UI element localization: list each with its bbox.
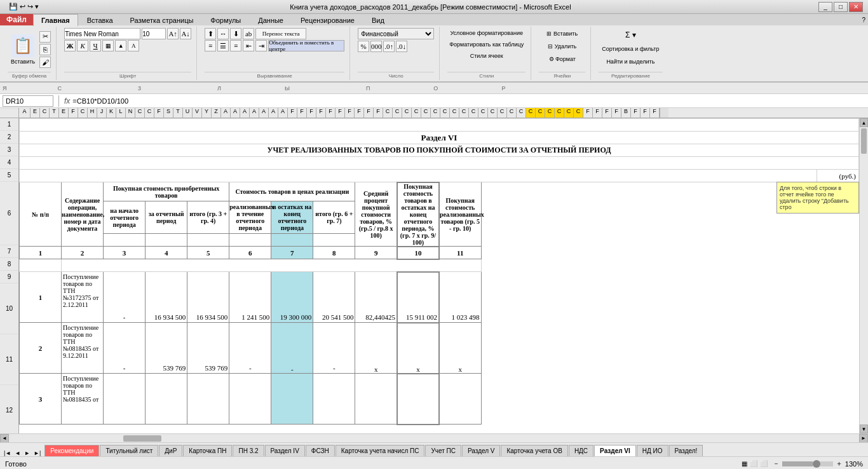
file-tab[interactable]: Файл [0,14,33,25]
minimize-button[interactable]: _ [818,2,832,12]
cell-10-col10[interactable]: 15 911 002 [397,272,439,323]
underline-button[interactable]: Ч [90,40,101,51]
cut-button[interactable]: ✂ [39,31,51,43]
tab-page-layout[interactable]: Разметка страницы [122,14,202,26]
percent-button[interactable]: % [358,41,369,52]
format-table-button[interactable]: Форматировать как таблицу [447,39,526,50]
quick-access-dropdown[interactable]: ▾ [35,3,39,11]
zoom-in-button[interactable]: ＋ [836,459,843,468]
tab-section-ex[interactable]: Раздел! [669,445,703,456]
formula-input[interactable]: =CB10*DD10/100 [72,95,865,107]
window-controls[interactable]: _ □ ✕ [818,2,863,12]
decrease-indent-button[interactable]: ⇤ [243,40,254,51]
align-middle-button[interactable]: ↔ [217,28,229,39]
italic-button[interactable]: К [77,40,88,51]
tab-nds[interactable]: НДС [569,445,593,456]
bold-button[interactable]: Ж [64,40,76,51]
cell-reference-input[interactable]: DR10 [3,95,53,107]
scroll-up-button[interactable]: ▲ [860,118,868,127]
horizontal-scrollbar[interactable]: ◄ ► [0,433,868,442]
table-row-10[interactable]: 1 Поступление товаров по ТТН №3172375 от… [20,272,859,323]
find-button[interactable]: Найти и выделить [603,56,658,67]
page-layout-button[interactable]: ⬜ [750,460,757,467]
tab-review[interactable]: Рецензирование [292,14,363,26]
tab-home[interactable]: Главная [33,14,78,26]
fill-color-button[interactable]: ▲ [115,40,126,51]
cell-styles-button[interactable]: Стили ячеек [468,51,505,61]
cell-11-col6[interactable]: - [229,323,271,374]
tab-section6[interactable]: Раздел VI [594,445,636,456]
sort-filter-button[interactable]: Сортировка и фильтр [599,43,662,55]
save-icon[interactable]: 💾 [9,3,18,11]
decrease-decimal-button[interactable]: .0↓ [396,41,407,52]
tab-section5[interactable]: Раздел V [462,445,501,456]
cell-11-col7[interactable]: - [271,323,313,374]
cell-10-col6[interactable]: 1 241 500 [229,272,271,323]
tab-recommendations[interactable]: Рекомендации [44,445,99,456]
scroll-h-track[interactable] [9,434,859,443]
cell-10-col4[interactable]: 16 934 500 [146,272,187,323]
font-color-button[interactable]: A [128,40,139,51]
tab-insert[interactable]: Вставка [79,14,121,26]
tab-data[interactable]: Данные [250,14,292,26]
number-format-select[interactable]: Финансовый Общий Числовой [358,28,434,39]
sheet-next-button[interactable]: ► [23,450,31,456]
tab-dir[interactable]: ДиР [159,445,182,456]
spreadsheet-grid[interactable]: Раздел VI УЧЕТ РЕАЛИЗОВАННЫХ ТОВАРОВ ПО … [19,118,859,425]
merge-center-button[interactable]: Объединить и поместить в центре [268,40,344,51]
text-angle-button[interactable]: ab [243,28,254,39]
cell-10-col8[interactable]: 20 541 500 [313,272,355,323]
tab-title-page[interactable]: Титульный лист [100,445,158,456]
increase-decimal-button[interactable]: .0↑ [383,41,395,52]
comma-button[interactable]: 000 [370,41,382,52]
align-top-button[interactable]: ⬆ [205,28,216,39]
close-button[interactable]: ✕ [849,2,863,12]
tab-fszn[interactable]: ФСЗН [306,445,335,456]
align-left-button[interactable]: ≡ [205,40,216,51]
increase-indent-button[interactable]: ⇥ [255,40,267,51]
tab-karta-ov[interactable]: Карточка учета ОВ [501,445,567,456]
sheet-prev-button[interactable]: ◄ [13,450,22,456]
format-button[interactable]: ⚙ Формат [546,53,579,65]
copy-button[interactable]: ⎘ [39,44,51,55]
tab-ndio[interactable]: НД ИО [637,445,668,456]
cell-10-col7[interactable]: 19 300 000 [271,272,313,323]
tab-section4[interactable]: Раздел IV [265,445,305,456]
paste-button[interactable]: 📋 Вставить [8,32,38,67]
tab-pn32[interactable]: ПН 3.2 [233,445,264,456]
tab-view[interactable]: Вид [363,14,393,26]
section-subtitle[interactable]: УЧЕТ РЕАЛИЗОВАННЫХ ТОВАРОВ ПО ПОКУПНОЙ С… [20,144,859,157]
conditional-formatting-button[interactable]: Условное форматирование [448,28,525,38]
tab-uchet-ps[interactable]: Учет ПС [425,445,461,456]
section-title[interactable]: Раздел VI [20,132,859,144]
redo-icon[interactable]: ↪ [27,3,33,11]
cell-10-col11[interactable]: 1 023 498 [439,272,481,323]
font-name-input[interactable] [64,28,140,39]
cell-11-desc[interactable]: Поступление товаров по ТТН №0818435 от 9… [62,323,104,374]
scroll-down-button[interactable]: ▼ [860,425,868,433]
vertical-scrollbar[interactable]: ▲ ▼ [859,118,868,433]
tab-formulas[interactable]: Формулы [202,14,249,26]
tab-karta-nachis[interactable]: Карточка учета начисл ПС [336,445,425,456]
cell-11-col11[interactable]: x [439,323,481,374]
cell-11-col10[interactable]: x [397,323,439,374]
zoom-slider[interactable] [782,461,833,466]
border-button[interactable]: ▦ [102,40,114,51]
format-painter-button[interactable]: 🖌 [39,57,51,68]
cell-11-col3[interactable]: - [104,323,146,374]
maximize-button[interactable]: □ [834,2,848,12]
scroll-h-thumb[interactable] [123,435,161,442]
zoom-out-button[interactable]: － [773,459,780,468]
cell-12-desc[interactable]: Поступление товаров по ТТН №0818435 от [62,374,104,425]
zoom-control[interactable]: － ＋ 130% [773,459,863,468]
quick-access-toolbar[interactable]: 💾 ↩ ↪ ▾ [5,3,43,11]
insert-button[interactable]: ⊞ Вставить [543,28,581,39]
align-bottom-button[interactable]: ⬇ [230,28,241,39]
scroll-track[interactable] [860,127,868,425]
sheet-first-button[interactable]: |◄ [3,450,12,456]
cell-11-col5[interactable]: 539 769 [187,323,229,374]
undo-icon[interactable]: ↩ [20,3,25,11]
cell-12-rownum[interactable]: 3 [20,374,62,425]
wrap-text-button[interactable]: Перенос текста [255,28,306,39]
sheet-nav-buttons[interactable]: |◄ ◄ ► ►| [0,450,44,456]
